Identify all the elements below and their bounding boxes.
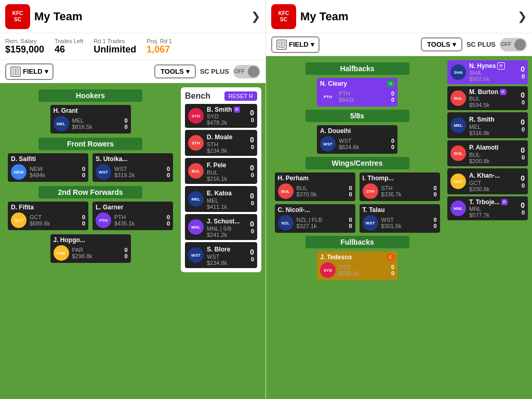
bench-card-b-smith[interactable]: SYD B. Smith R SYD $478.2k 0 0 — [185, 104, 257, 128]
n-cleary-badge: V — [387, 81, 394, 87]
player-card-d-saifiti[interactable]: D. Saifiti NEW NEW $484k 0 0 — [8, 153, 88, 182]
player-card-d-fifita[interactable]: D. Fifita GCT GCT $689.8k 0 0 — [8, 202, 88, 230]
a-khan-name: A. Khan-... — [469, 172, 500, 179]
tools-chevron-left: ▾ — [186, 68, 190, 75]
right-field-column: Halfbacks N. Cleary V PTH PTH — [270, 60, 444, 283]
d-fifita-salary: $689.8k — [30, 220, 79, 227]
player-card-i-thomp[interactable]: I. Thomp... STH STH $336.7k 0 0 — [360, 172, 440, 201]
trades-left-label: Trades Left — [55, 38, 83, 44]
kfc-logo-right: KFCSC — [271, 4, 296, 29]
t-talau-salary: $301.6k — [381, 223, 431, 229]
s-blore-name: S. Blore — [207, 246, 230, 253]
left-sc-plus-button[interactable]: SC PLUS — [200, 68, 229, 75]
j-schust-name: J. Schust... — [207, 218, 240, 225]
front-rowers-header: Front Rowers — [38, 138, 142, 150]
n-cleary-name: N. Cleary — [320, 80, 347, 87]
f-pele-score: 0 — [250, 164, 254, 172]
e-katoa-name: E. Katoa — [207, 190, 232, 197]
s-utoika-score: 0 — [167, 166, 170, 172]
rem-salary-label: Rem. Salary — [5, 38, 44, 44]
player-card-h-grant[interactable]: H. Grant MEL MEL $816.5k 0 0 — [50, 105, 131, 134]
b-smith-team: SYD — [207, 113, 247, 119]
bench-card-n-hynes[interactable]: SHA N. Hynes R SHA $902.6k 0 0 — [447, 60, 528, 84]
m-burton-score2: 0 — [522, 99, 525, 105]
c-nicoll-salary: $327.1k — [297, 223, 346, 229]
rd-trades-value: Unlimited — [94, 44, 136, 55]
j-tedesco-badge: C — [387, 254, 395, 260]
a-doueihi-salary: $624.6k — [339, 144, 388, 150]
d-fifita-avatar: GCT — [11, 212, 26, 228]
bench-card-d-moale[interactable]: STH D. Moale STH $234.8k 0 0 — [185, 130, 257, 156]
n-cleary-score: 0 — [391, 90, 394, 97]
bench-card-a-khan[interactable]: GCT A. Khan-... GCT $200.8k 0 0 — [447, 168, 528, 194]
h-grant-score: 0 — [124, 117, 127, 124]
h-perham-salary: $370.9k — [297, 191, 346, 197]
s-blore-score2: 0 — [251, 256, 254, 262]
left-header: KFCSC My Team ❯ — [0, 0, 265, 33]
bench-card-f-pele[interactable]: BUL F. Pele BUL $216.1k 0 0 — [185, 158, 257, 184]
player-card-h-perham[interactable]: H. Perham BUL BUL $370.9k 0 0 — [275, 172, 355, 201]
s-utoika-team: WST — [114, 166, 164, 172]
left-tools-button[interactable]: TOOLS ▾ — [154, 64, 196, 78]
left-field-content: Hookers H. Grant MEL MEL $816.5k — [0, 83, 265, 399]
tools-label-right: TOOLS — [427, 41, 450, 48]
f-pele-name: F. Pele — [207, 162, 226, 169]
left-panel: KFCSC My Team ❯ Rem. Salary $159,000 Tra… — [0, 0, 266, 399]
right-field-button[interactable]: FIELD ▾ — [271, 36, 320, 53]
trades-left-stat: Trades Left 46 — [55, 38, 83, 55]
l-garner-avatar: PTH — [96, 212, 111, 228]
s-blore-avatar: WST — [188, 247, 204, 263]
bench-card-r-smith[interactable]: MEL R. Smith MEL $316.8k 0 0 — [447, 112, 528, 138]
a-khan-salary: $200.8k — [469, 186, 517, 192]
right-header-arrow[interactable]: ❯ — [517, 10, 527, 23]
wings-header: Wings/Centres — [305, 157, 409, 169]
right-sc-plus-button[interactable]: SC PLUS — [467, 41, 496, 48]
i-thomp-name: I. Thomp... — [363, 175, 394, 182]
a-doueihi-avatar: WST — [320, 136, 336, 152]
n-cleary-team: PTH — [339, 90, 388, 97]
player-card-l-garner[interactable]: L. Garner PTH PTH $435.1k 0 0 — [92, 202, 173, 230]
right-bench-column: SHA N. Hynes R SHA $902.6k 0 0 — [447, 60, 528, 283]
player-card-j-tedesco[interactable]: J. Tedesco C SYD SYD $836.3k 0 — [317, 251, 397, 280]
player-card-a-doueihi[interactable]: A. Doueihi WST WST $624.6k 0 0 — [317, 125, 397, 154]
left-toggle[interactable]: OFF — [233, 65, 260, 78]
j-tedesco-name: J. Tedesco — [320, 254, 352, 261]
bench-card-p-alamoti[interactable]: BUL P. Alamoti BUL $200.8k 0 0 — [447, 140, 528, 166]
hookers-header: Hookers — [38, 89, 142, 102]
left-field-button[interactable]: FIELD ▾ — [5, 63, 54, 80]
t-trboje-team: MNL — [469, 206, 517, 212]
left-header-arrow[interactable]: ❯ — [251, 10, 260, 23]
reset-button[interactable]: RESET R — [224, 91, 257, 101]
bench-card-t-trboje[interactable]: MNL T. Trboje... R MNL $577.7k 0 0 — [447, 196, 528, 220]
d-saifiti-score: 0 — [82, 166, 85, 172]
h-perham-score2: 0 — [349, 191, 352, 197]
fullbacks-header: Fullbacks — [305, 236, 409, 248]
left-toolbar: FIELD ▾ TOOLS ▾ SC PLUS OFF — [0, 60, 265, 83]
bench-card-j-schust[interactable]: MNL J. Schust... MNL | 5/8 $241.2k 0 0 — [185, 214, 257, 240]
d-saifiti-avatar: NEW — [11, 164, 26, 180]
b-smith-badge: R — [234, 107, 241, 113]
j-schust-salary: $241.2k — [207, 232, 247, 238]
l-garner-score2: 0 — [167, 220, 170, 227]
j-schust-score: 0 — [250, 220, 254, 228]
i-thomp-team: STH — [381, 185, 431, 191]
b-smith-score2: 0 — [251, 117, 254, 123]
c-nicoll-avatar: NZL — [278, 215, 294, 231]
bench-card-s-blore[interactable]: WST S. Blore WST $234.8k 0 0 — [185, 242, 257, 268]
m-burton-avatar: BUL — [450, 90, 466, 106]
bench-card-m-burton[interactable]: BUL M. Burton R BUL $594.5k 0 0 — [447, 86, 528, 110]
h-perham-name: H. Perham — [278, 175, 309, 182]
player-card-n-cleary[interactable]: N. Cleary V PTH PTH $841k 0 — [317, 78, 397, 107]
bench-card-e-katoa[interactable]: MEL E. Katoa MEL $411.1k 0 0 — [185, 186, 257, 212]
h-grant-score2: 0 — [124, 124, 127, 130]
right-toggle[interactable]: OFF — [500, 38, 527, 51]
player-card-c-nicoll[interactable]: C. Nicoll-... NZL NZL | FLB $327.1k 0 — [275, 204, 355, 233]
player-card-j-hopgo[interactable]: J. Hopgo... PAR PAR $298.8k 0 0 — [50, 234, 131, 263]
player-card-t-talau[interactable]: T. Talau WST WST $301.6k 0 0 — [360, 204, 440, 233]
right-field-content: Halfbacks N. Cleary V PTH PTH — [266, 56, 532, 399]
d-fifita-score: 0 — [82, 214, 85, 220]
t-trboje-name: T. Trboje... — [469, 198, 500, 206]
right-tools-button[interactable]: TOOLS ▾ — [421, 37, 462, 51]
player-card-s-utoika[interactable]: S. Utoika... WST WST $319.2k 0 — [92, 153, 173, 182]
n-hynes-score2: 0 — [522, 73, 525, 79]
